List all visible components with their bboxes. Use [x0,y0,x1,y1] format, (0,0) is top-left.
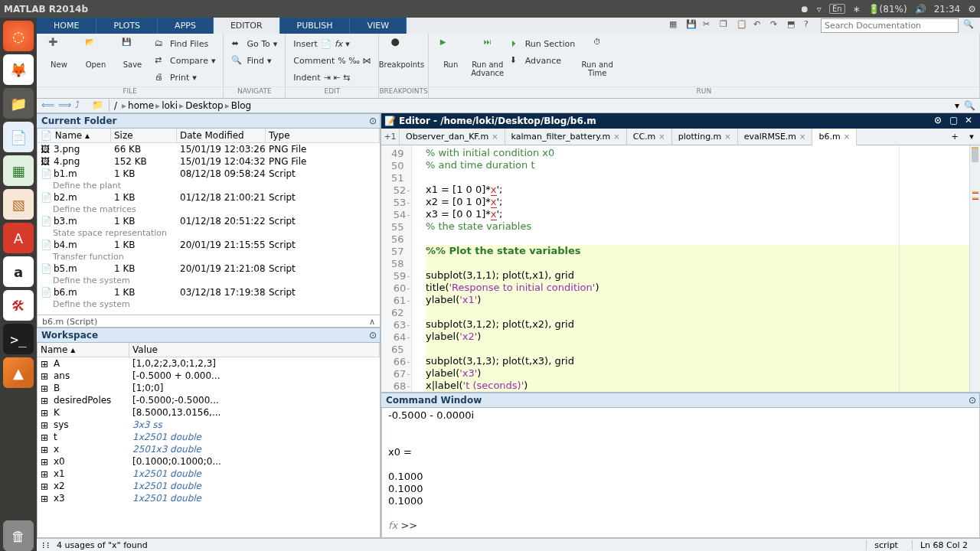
find-button[interactable]: 🔍Find ▾ [228,53,280,70]
close-tab-icon[interactable]: × [844,132,850,141]
current-folder-header[interactable]: Current Folder⊙ [37,113,381,129]
crumb-Blog[interactable]: Blog [231,100,252,111]
command-window-header[interactable]: Command Window⊙ [381,393,980,408]
find-files-button[interactable]: 🗂Find Files [152,36,218,53]
volume-icon[interactable]: 🔊 [915,4,926,15]
amazon-icon[interactable]: a [3,256,34,287]
var-row[interactable]: ⊞B[1;0;0] [38,382,380,394]
panel-menu-icon[interactable]: ⊙ [369,116,380,126]
ribbon-tab-apps[interactable]: APPS [158,18,214,34]
run-button[interactable]: ▶Run [433,36,469,69]
command-window[interactable]: -0.5000 - 0.0000i x0 = 0.1000 0.1000 0.1… [381,408,980,538]
path-root[interactable]: / [114,100,117,111]
code-editor[interactable]: 49 50 51 52 -53 -54 -55 56 57 58 59 -60 … [381,145,980,393]
open-button[interactable]: 📂Open [78,36,113,69]
indent-button[interactable]: Indent ⇥ ⇤ ⇆ [290,70,374,86]
maximize-icon[interactable]: ▢ [949,115,962,127]
run-time-button[interactable]: ⏱Run and Time [580,36,615,77]
redo-icon[interactable]: ↷ [770,19,782,31]
editor-tab[interactable]: evalRMSE.m × [738,129,813,145]
editor-tab[interactable]: kalman_filter_battery.m × [505,129,627,145]
close-tab-icon[interactable]: × [658,132,665,141]
var-row[interactable]: ⊞sys3x3 ss [38,419,380,431]
new-button[interactable]: ➕New [41,36,77,69]
copy-icon[interactable]: ❐ [720,19,732,31]
var-row[interactable]: ⊞ans[-0.5000 + 0.000... [38,370,380,382]
var-row[interactable]: ⊞desiredPoles[-0.5000;-0.5000... [38,394,380,406]
editor-tab[interactable]: b6.m × [812,129,857,145]
tab-menu-icon[interactable]: ▾ [963,129,980,145]
ribbon-tab-view[interactable]: VIEW [350,18,407,34]
file-row[interactable]: 📄b6.m1 KB03/12/18 17:19:38Script [38,286,380,298]
battery-icon[interactable]: 🔋(81%) [868,4,907,15]
file-row[interactable]: 📄b4.m1 KB20/01/19 21:15:55Script [38,239,380,251]
calc-icon[interactable]: ▦ [3,155,34,186]
breakpoints-button[interactable]: ⬤Breakpoints [384,36,419,69]
file-row[interactable]: 📄b1.m1 KB08/12/18 09:58:24Script [38,168,380,180]
wifi-icon[interactable]: ▿ [817,4,822,15]
editor-scrollbar[interactable] [969,145,980,392]
close-tab-icon[interactable]: × [492,132,498,141]
panel-menu-icon[interactable]: ⊙ [969,395,979,406]
clock[interactable]: 21:34 [934,4,961,15]
var-row[interactable]: ⊞A[1,0,2;2,3,0;1,2,3] [38,357,380,370]
matlab-icon[interactable]: ▲ [3,357,34,388]
insert-button[interactable]: Insert 📄 fx ▾ [290,36,374,53]
ribbon-tab-publish[interactable]: PUBLISH [280,18,351,34]
save-icon[interactable]: 💾 [686,19,698,31]
ws-columns[interactable]: Name ▴ Value [38,343,380,357]
workspace-header[interactable]: Workspace⊙ [37,328,381,343]
writer-icon[interactable]: 📄 [3,122,34,152]
ribbon-tab-home[interactable]: HOME [37,18,96,34]
up-icon[interactable]: ⤴ [75,99,87,112]
close-tab-icon[interactable]: × [613,132,619,141]
search-input[interactable] [821,18,959,33]
addon-icon[interactable]: ⬒ [787,19,799,31]
keyboard-lang[interactable]: En [829,4,845,14]
addr-dropdown-icon[interactable]: ▾ [955,100,959,111]
cut-icon[interactable]: ✂ [703,19,715,31]
run-advance-button[interactable]: ⏭Run and Advance [470,36,505,77]
addr-search-icon[interactable]: 🔍 [964,100,975,111]
var-row[interactable]: ⊞x2501x3 double [38,443,380,455]
terminal-icon[interactable]: >_ [3,324,34,354]
paste-icon[interactable]: 📋 [737,19,749,31]
trash-icon[interactable]: 🗑 [3,520,34,551]
compare-button[interactable]: ⇄Compare ▾ [152,53,218,70]
editor-tab[interactable]: Observer_dan_KF.m × [400,129,505,145]
var-row[interactable]: ⊞t1x2501 double [38,431,380,443]
print-button[interactable]: 🖨Print ▾ [152,70,218,86]
impress-icon[interactable]: ▧ [3,189,34,220]
ribbon-tab-editor[interactable]: EDITOR [214,18,280,34]
comment-button[interactable]: Comment % ‰ ⋈ [290,53,374,70]
file-row[interactable]: 🖼4.png152 KB15/01/19 12:04:32PNG File [38,155,380,168]
dock-icon[interactable]: ⊙ [934,115,946,127]
firefox-icon[interactable]: 🦊 [3,54,34,85]
var-row[interactable]: ⊞x11x2501 double [38,468,380,480]
panel-menu-icon[interactable]: ⊙ [369,330,380,341]
advance-button[interactable]: ⬇Advance [507,53,578,70]
goto-button[interactable]: ⬌Go To ▾ [228,36,280,53]
tool-icon[interactable]: 🛠 [3,290,34,321]
save-button[interactable]: 💾Save [115,36,150,69]
run-section-button[interactable]: ⏵Run Section [507,36,578,53]
var-row[interactable]: ⊞x0[0.1000;0.1000;0... [38,455,380,468]
settings-icon[interactable]: ⚙ [968,4,976,15]
ribbon-tab-plots[interactable]: PLOTS [96,18,158,34]
close-icon[interactable]: ✕ [965,115,977,127]
file-row[interactable]: 📄b2.m1 KB01/12/18 21:00:21Script [38,191,380,204]
crumb-Desktop[interactable]: Desktop [185,100,224,111]
software-icon[interactable]: A [3,223,34,253]
var-row[interactable]: ⊞x21x2501 double [38,480,380,492]
new-tab-button[interactable]: + [946,129,963,145]
crumb-loki[interactable]: loki [162,100,178,111]
record-icon[interactable]: ⏺ [800,4,809,15]
close-tab-icon[interactable]: × [724,132,730,141]
tab-overflow-icon[interactable]: +1 [381,129,400,145]
editor-tab[interactable]: plotting.m × [672,129,738,145]
file-row[interactable]: 📄b3.m1 KB01/12/18 20:51:22Script [38,215,380,227]
dash-icon[interactable]: ◌ [3,21,34,51]
var-row[interactable]: ⊞x31x2501 double [38,492,380,504]
cf-columns[interactable]: 📄 Name ▴ Size Date Modified Type [38,129,380,143]
close-tab-icon[interactable]: × [799,132,805,141]
